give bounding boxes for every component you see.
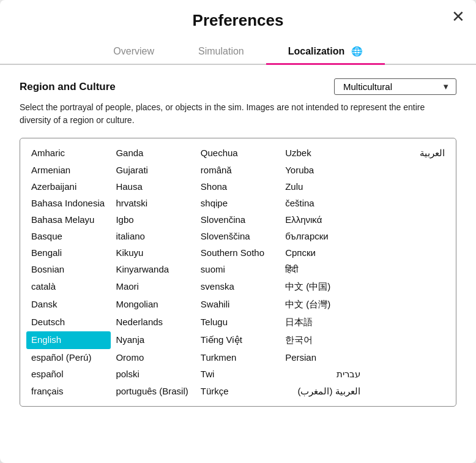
language-grid: AmharicGandaQuechuaUzbekالعربيةArmenianG… bbox=[20, 145, 456, 400]
language-item[interactable]: Slovenščina bbox=[196, 228, 280, 244]
language-item[interactable] bbox=[365, 195, 450, 211]
language-item[interactable]: Gujarati bbox=[111, 162, 195, 178]
tab-localization[interactable]: Localization 🌐 bbox=[266, 40, 385, 65]
language-item[interactable]: español bbox=[26, 366, 111, 383]
language-item[interactable]: Oromo bbox=[111, 349, 195, 366]
language-item[interactable] bbox=[365, 162, 450, 178]
language-item[interactable]: Bosnian bbox=[26, 261, 111, 278]
language-item[interactable]: Mongolian bbox=[111, 296, 195, 314]
tab-overview[interactable]: Overview bbox=[91, 40, 176, 65]
language-item[interactable]: עברית bbox=[280, 366, 365, 383]
language-item[interactable]: Armenian bbox=[26, 162, 111, 178]
region-label: Region and Culture bbox=[20, 81, 116, 93]
language-item[interactable]: Bahasa Indonesia bbox=[26, 195, 111, 211]
language-item[interactable]: português (Brasil) bbox=[111, 383, 195, 400]
language-item[interactable]: Maori bbox=[111, 278, 195, 296]
region-select[interactable]: Multicultural ▼ bbox=[334, 78, 456, 95]
language-item[interactable]: Српски bbox=[280, 244, 365, 261]
dialog-header: Preferences ✕ bbox=[0, 0, 476, 30]
language-item[interactable]: română bbox=[196, 162, 280, 178]
language-item[interactable]: français bbox=[26, 383, 111, 400]
language-item[interactable]: Twi bbox=[196, 366, 280, 383]
language-item[interactable]: Nyanja bbox=[111, 331, 195, 349]
language-item[interactable]: العربية (المغرب) bbox=[280, 383, 365, 400]
language-item[interactable] bbox=[365, 244, 450, 261]
language-item[interactable]: Igbo bbox=[111, 211, 195, 228]
language-item[interactable]: català bbox=[26, 278, 111, 296]
language-item[interactable]: polski bbox=[111, 366, 195, 383]
language-item[interactable]: shqipe bbox=[196, 195, 280, 211]
language-item[interactable] bbox=[365, 314, 450, 331]
language-item[interactable]: Telugu bbox=[196, 314, 280, 331]
region-description: Select the portrayal of people, places, … bbox=[20, 101, 456, 127]
localization-content: Region and Culture Multicultural ▼ Selec… bbox=[0, 65, 476, 407]
language-item[interactable]: čeština bbox=[280, 195, 365, 211]
language-item[interactable]: Kinyarwanda bbox=[111, 261, 195, 278]
preferences-dialog: Preferences ✕ Overview Simulation Locali… bbox=[0, 0, 476, 463]
language-item[interactable]: 中文 (中国) bbox=[280, 278, 365, 296]
language-item[interactable]: 中文 (台灣) bbox=[280, 296, 365, 314]
language-item[interactable]: Slovenčina bbox=[196, 211, 280, 228]
globe-icon: 🌐 bbox=[351, 46, 363, 56]
tab-localization-label: Localization bbox=[288, 46, 344, 56]
language-item[interactable]: Dansk bbox=[26, 296, 111, 314]
language-item[interactable]: Hausa bbox=[111, 178, 195, 195]
language-item[interactable]: 한국어 bbox=[280, 331, 365, 349]
language-item[interactable]: български bbox=[280, 228, 365, 244]
language-item[interactable] bbox=[365, 366, 450, 383]
language-item[interactable]: Shona bbox=[196, 178, 280, 195]
language-item[interactable]: Bengali bbox=[26, 244, 111, 261]
language-item[interactable] bbox=[365, 178, 450, 195]
language-item[interactable] bbox=[365, 211, 450, 228]
dialog-title: Preferences bbox=[193, 11, 284, 30]
language-item[interactable]: Azerbaijani bbox=[26, 178, 111, 195]
language-item[interactable]: Türkçe bbox=[196, 383, 280, 400]
close-button[interactable]: ✕ bbox=[452, 9, 465, 24]
language-item[interactable]: Uzbek bbox=[280, 145, 365, 162]
language-item[interactable]: Kikuyu bbox=[111, 244, 195, 261]
language-item[interactable]: Southern Sotho bbox=[196, 244, 280, 261]
language-item[interactable]: Yoruba bbox=[280, 162, 365, 178]
tab-simulation-label: Simulation bbox=[198, 46, 244, 56]
language-item[interactable]: हिंदी bbox=[280, 261, 365, 278]
language-item[interactable] bbox=[365, 228, 450, 244]
language-item[interactable]: Swahili bbox=[196, 296, 280, 314]
tab-overview-label: Overview bbox=[113, 46, 154, 56]
chevron-down-icon: ▼ bbox=[442, 82, 450, 91]
language-item[interactable]: Zulu bbox=[280, 178, 365, 195]
language-item[interactable] bbox=[365, 296, 450, 314]
language-item[interactable]: Ελληνικά bbox=[280, 211, 365, 228]
language-item[interactable] bbox=[365, 383, 450, 400]
tab-simulation[interactable]: Simulation bbox=[176, 40, 266, 65]
language-item[interactable]: Basque bbox=[26, 228, 111, 244]
language-item[interactable]: suomi bbox=[196, 261, 280, 278]
language-item[interactable]: Bahasa Melayu bbox=[26, 211, 111, 228]
language-item[interactable]: español (Perú) bbox=[26, 349, 111, 366]
language-item[interactable]: English bbox=[26, 331, 111, 349]
language-item[interactable]: Nederlands bbox=[111, 314, 195, 331]
language-item[interactable]: Turkmen bbox=[196, 349, 280, 366]
language-item[interactable] bbox=[365, 331, 450, 349]
language-item[interactable]: Tiếng Việt bbox=[196, 331, 280, 349]
language-list: AmharicGandaQuechuaUzbekالعربيةArmenianG… bbox=[20, 138, 456, 407]
tabs-bar: Overview Simulation Localization 🌐 bbox=[0, 40, 476, 65]
language-item[interactable]: italiano bbox=[111, 228, 195, 244]
language-item[interactable] bbox=[365, 261, 450, 278]
language-item[interactable]: hrvatski bbox=[111, 195, 195, 211]
region-row: Region and Culture Multicultural ▼ bbox=[20, 78, 456, 95]
language-item[interactable]: svenska bbox=[196, 278, 280, 296]
language-item[interactable]: 日本語 bbox=[280, 314, 365, 331]
language-item[interactable] bbox=[365, 278, 450, 296]
language-item[interactable]: Deutsch bbox=[26, 314, 111, 331]
language-item[interactable]: Ganda bbox=[111, 145, 195, 162]
language-item[interactable]: Quechua bbox=[196, 145, 280, 162]
language-item[interactable]: العربية bbox=[365, 145, 450, 162]
region-select-value: Multicultural bbox=[343, 81, 434, 92]
language-item[interactable]: Persian bbox=[280, 349, 365, 366]
language-item[interactable]: Amharic bbox=[26, 145, 111, 162]
language-item[interactable] bbox=[365, 349, 450, 366]
